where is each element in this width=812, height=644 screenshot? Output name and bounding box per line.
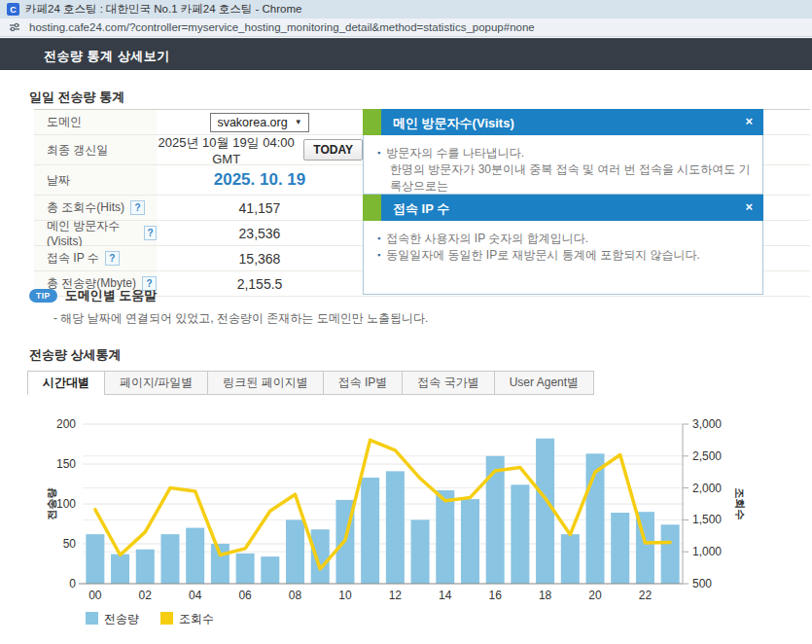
close-icon[interactable]: × (745, 199, 753, 214)
bullet-icon: ▪ (377, 145, 380, 161)
popup-window: { "window": { "title": "카페24 호스팅 : 대한민국 … (0, 0, 812, 644)
svg-text:2,500: 2,500 (692, 449, 722, 463)
ip-label: 접속 IP 수 (47, 250, 99, 267)
tip-title: 도메인별 도움말 (65, 287, 158, 304)
svg-text:150: 150 (56, 457, 76, 471)
svg-text:3,000: 3,000 (692, 417, 722, 431)
chevron-down-icon: ▼ (295, 118, 302, 126)
svg-text:100: 100 (56, 497, 76, 511)
svg-text:50: 50 (63, 537, 77, 551)
url-text[interactable]: hosting.cafe24.com/?controller=myservice… (29, 21, 535, 33)
today-button[interactable]: TODAY (303, 139, 363, 161)
cafe24-favicon-icon: C (7, 3, 19, 16)
tip-help-line: - 해당 날짜에 연결되어 있었고, 전송량이 존재하는 도메인만 노출됩니다. (53, 310, 428, 327)
svg-text:02: 02 (139, 589, 153, 602)
ip-tooltip: 접속 IP 수 × ▪ 접속한 사용자의 IP 숫자의 합계입니다. ▪ 동일일… (363, 195, 763, 295)
svg-text:1,500: 1,500 (692, 513, 722, 526)
date-value: 2025. 10. 19 (214, 170, 306, 190)
svg-text:500: 500 (692, 577, 712, 590)
svg-text:200: 200 (56, 417, 76, 431)
hits-label: 총 조회수(Hits) (47, 199, 124, 216)
tab-access-ip[interactable]: 접속 IP별 (323, 371, 404, 395)
svg-text:00: 00 (88, 589, 102, 602)
hits-value: 41,157 (239, 200, 281, 216)
tab-access-country[interactable]: 접속 국가별 (402, 371, 494, 395)
tooltip-text: 접속한 사용자의 IP 숫자의 합계입니다. (386, 231, 588, 247)
window-titlebar: C 카페24 호스팅 : 대한민국 No.1 카페24 호스팅 - Chrome (0, 0, 812, 18)
tooltip-text: 한명의 방문자가 30분이내 중복 접속 및 여러 번 접속을 시도하여도 기록… (390, 161, 751, 195)
svg-text:12: 12 (389, 589, 403, 602)
daily-stats-heading: 일일 전송량 통계 (29, 89, 124, 106)
svg-text:조회수: 조회수 (179, 612, 214, 626)
updated-value: 2025년 10월 19일 04:00 GMT (157, 134, 296, 166)
bullet-icon: ▪ (377, 247, 380, 264)
tab-page-file[interactable]: 페이지/파일별 (104, 371, 208, 395)
svg-text:04: 04 (189, 589, 202, 602)
detail-tabs: 시간대별 페이지/파일별 링크된 페이지별 접속 IP별 접속 국가별 User… (27, 371, 593, 395)
bullet-icon: ▪ (377, 231, 380, 247)
svg-text:전송량: 전송량 (46, 488, 57, 520)
tab-linked-page[interactable]: 링크된 페이지별 (207, 371, 323, 395)
page-title: 전송량 통계 상세보기 (44, 48, 170, 65)
svg-text:1,000: 1,000 (692, 545, 722, 558)
mbyte-value: 2,155.5 (237, 276, 283, 292)
svg-text:10: 10 (338, 589, 352, 602)
tooltip-text: 동일일자에 동일한 IP로 재방문시 통계에 포함되지 않습니다. (386, 247, 700, 264)
svg-text:16: 16 (489, 589, 503, 602)
tooltip-title: 메인 방문자수(Visits) (393, 115, 514, 132)
visits-tooltip: 메인 방문자수(Visits) × ▪ 방문자의 수를 나타냅니다. 한명의 방… (363, 109, 763, 195)
updated-label: 최종 갱신일 (34, 135, 157, 164)
chart-canvas: 0501001502005001,0001,5002,0002,5003,000… (34, 411, 783, 642)
visits-value: 23,536 (239, 226, 281, 241)
svg-text:14: 14 (439, 589, 452, 602)
traffic-chart: 0501001502005001,0001,5002,0002,5003,000… (34, 411, 783, 642)
domain-select-value: svakorea.org (217, 116, 287, 129)
domain-label: 도메인 (34, 110, 157, 134)
tooltip-group: 메인 방문자수(Visits) × ▪ 방문자의 수를 나타냅니다. 한명의 방… (363, 109, 763, 295)
svg-text:18: 18 (539, 589, 552, 602)
date-label: 날짜 (34, 165, 157, 195)
svg-text:06: 06 (238, 589, 252, 602)
svg-text:전송량: 전송량 (104, 612, 139, 626)
tooltip-title: 접속 IP 수 (393, 200, 449, 218)
svg-text:2,000: 2,000 (692, 482, 722, 495)
svg-text:20: 20 (588, 589, 602, 602)
tooltip-green-accent (363, 195, 381, 221)
tooltip-text: 방문자의 수를 나타냅니다. (386, 145, 524, 161)
svg-text:조회수: 조회수 (734, 488, 746, 520)
page-header: 전송량 통계 상세보기 (0, 38, 812, 70)
tab-hourly[interactable]: 시간대별 (27, 371, 105, 395)
ip-value: 15,368 (239, 251, 281, 267)
help-icon[interactable]: ? (105, 251, 120, 266)
tooltip-green-accent (363, 109, 381, 135)
tip-badge: TIP (29, 289, 57, 303)
svg-text:22: 22 (639, 589, 653, 602)
svg-text:0: 0 (69, 577, 76, 590)
site-settings-icon[interactable] (9, 21, 20, 33)
detail-stats-heading: 전송량 상세통계 (29, 346, 122, 364)
close-icon[interactable]: × (745, 114, 753, 128)
tab-user-agent[interactable]: User Agent별 (494, 371, 594, 395)
help-icon[interactable]: ? (144, 226, 157, 240)
address-bar[interactable]: hosting.cafe24.com/?controller=myservice… (0, 18, 812, 37)
svg-text:08: 08 (289, 589, 302, 602)
help-icon[interactable]: ? (130, 200, 145, 215)
visits-label: 메인 방문자수(Visits) (47, 218, 138, 248)
domain-select[interactable]: svakorea.org ▼ (210, 113, 308, 132)
window-title: 카페24 호스팅 : 대한민국 No.1 카페24 호스팅 - Chrome (25, 2, 301, 17)
